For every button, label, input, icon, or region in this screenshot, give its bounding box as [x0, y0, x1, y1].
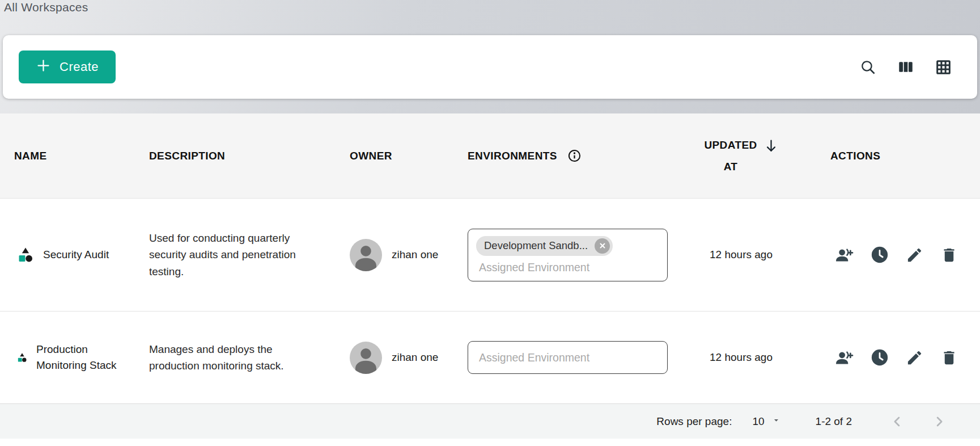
- search-icon[interactable]: [859, 58, 877, 76]
- rows-per-page-select[interactable]: 10: [749, 415, 784, 428]
- info-icon[interactable]: [567, 149, 582, 163]
- person-add-icon[interactable]: [835, 246, 854, 264]
- page-header: All Workspaces Create: [0, 0, 980, 113]
- workspace-name-cell: Security Audit: [14, 246, 149, 264]
- workspace-description: Used for conducting quarterly security a…: [149, 230, 322, 280]
- owner-name: zihan one: [392, 249, 438, 261]
- column-header-description: DESCRIPTION: [149, 150, 350, 162]
- create-button[interactable]: Create: [19, 51, 116, 83]
- delete-trash-icon[interactable]: [940, 349, 958, 367]
- column-header-updated-at[interactable]: UPDATED AT: [680, 134, 802, 178]
- create-button-label: Create: [60, 60, 99, 74]
- row-actions: [802, 348, 980, 367]
- history-clock-icon[interactable]: [871, 246, 889, 264]
- workspace-name[interactable]: Production Monitoring Stack: [36, 342, 124, 373]
- column-header-environments: ENVIRONMENTS: [468, 149, 680, 163]
- table-row: Security Audit Used for conducting quart…: [0, 199, 980, 311]
- toolbar: Create: [3, 35, 977, 99]
- environment-placeholder: Assigned Environment: [476, 351, 589, 364]
- edit-pencil-icon[interactable]: [906, 246, 923, 264]
- workspace-shapes-icon: [16, 352, 28, 363]
- toolbar-icons: [859, 58, 952, 76]
- owner-cell: zihan one: [350, 342, 468, 374]
- avatar: [350, 239, 382, 271]
- delete-trash-icon[interactable]: [940, 246, 958, 264]
- table-pagination: Rows per page: 10 1-2 of 2: [0, 403, 980, 439]
- plus-icon: [36, 58, 51, 77]
- column-header-actions: ACTIONS: [802, 150, 980, 162]
- sort-desc-arrow-icon[interactable]: [764, 134, 778, 157]
- workspace-description: Manages and deploys the production monit…: [149, 341, 322, 375]
- rows-per-page-value: 10: [752, 415, 764, 428]
- table-header: NAME DESCRIPTION OWNER ENVIRONMENTS UPDA…: [0, 113, 980, 199]
- workspace-name-cell: Production Monitoring Stack: [14, 342, 149, 373]
- owner-cell: zihan one: [350, 239, 468, 271]
- environment-placeholder: Assigned Environment: [476, 261, 659, 274]
- pagination-range: 1-2 of 2: [816, 415, 852, 428]
- workspaces-page: All Workspaces Create: [0, 0, 980, 439]
- row-actions: [802, 246, 980, 264]
- person-add-icon[interactable]: [835, 348, 854, 367]
- edit-pencil-icon[interactable]: [906, 349, 923, 367]
- column-header-owner: OWNER: [350, 150, 468, 162]
- columns-icon[interactable]: [897, 58, 914, 75]
- avatar: [350, 342, 382, 374]
- updated-at-value: 12 hours ago: [680, 249, 802, 261]
- environment-chip-label: Development Sandb...: [484, 239, 588, 252]
- workspace-name[interactable]: Security Audit: [43, 247, 109, 263]
- history-clock-icon[interactable]: [871, 348, 889, 367]
- assigned-environment-select[interactable]: Assigned Environment: [468, 341, 668, 374]
- assigned-environment-select[interactable]: Development Sandb... Assigned Environmen…: [468, 229, 668, 281]
- chip-remove-icon[interactable]: [595, 238, 610, 254]
- previous-page-icon[interactable]: [889, 414, 905, 430]
- environment-chip: Development Sandb...: [476, 236, 613, 256]
- grid-icon[interactable]: [935, 58, 952, 76]
- owner-name: zihan one: [392, 351, 438, 364]
- page-title: All Workspaces: [4, 1, 88, 14]
- caret-down-icon: [771, 415, 781, 428]
- table-row: Production Monitoring Stack Manages and …: [0, 311, 980, 403]
- workspace-shapes-icon: [16, 246, 35, 264]
- next-page-icon[interactable]: [931, 414, 947, 430]
- rows-per-page-label: Rows per page:: [656, 415, 732, 428]
- column-header-name: NAME: [14, 150, 149, 162]
- updated-at-value: 12 hours ago: [680, 351, 802, 364]
